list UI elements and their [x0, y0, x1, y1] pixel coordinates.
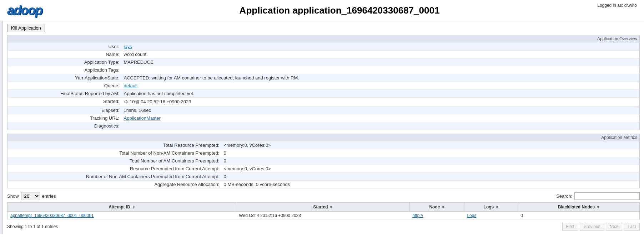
overview-link[interactable]: default — [124, 83, 138, 88]
metrics-value: <memory:0, vCores:0> — [222, 141, 640, 149]
showing-text: Showing 1 to 1 of 1 entries — [7, 224, 58, 229]
attempt-id-cell: appattempt_1696420330687_0001_000001 — [7, 212, 236, 220]
sidebar — [0, 21, 3, 234]
overview-value — [122, 66, 640, 74]
metrics-header-label: Application Metrics — [7, 134, 640, 141]
entries-label: entries — [42, 193, 56, 199]
overview-value: ApplicationMaster — [122, 114, 640, 122]
overview-value: 1mins, 16sec — [122, 107, 640, 114]
search-input[interactable] — [574, 192, 640, 200]
kill-application-button[interactable]: Kill Application — [7, 24, 45, 32]
column-header[interactable]: Logs ⇕ — [464, 203, 518, 212]
overview-label: YarnApplicationState: — [7, 74, 122, 82]
overview-value: MAPREDUCE — [122, 58, 640, 66]
metrics-row: Total Number of Non-AM Containers Preemp… — [7, 149, 640, 157]
metrics-row: Number of Non-AM Containers Preempted fr… — [7, 173, 640, 181]
show-label: Show — [7, 193, 19, 199]
overview-label: User: — [7, 43, 122, 51]
overview-row: Started:수 10월 04 20:52:16 +0900 2023 — [7, 98, 640, 107]
pagination-row: Showing 1 to 1 of 1 entries First Previo… — [7, 222, 640, 231]
kill-section: Kill Application — [7, 24, 640, 32]
overview-label: Started: — [7, 98, 122, 107]
node-link[interactable]: http:// — [412, 213, 423, 218]
metrics-value: 0 — [222, 157, 640, 165]
overview-value: 수 10월 04 20:52:16 +0900 2023 — [122, 98, 640, 107]
metrics-label: Aggregate Resource Allocation: — [7, 181, 222, 188]
metrics-value: 0 MB-seconds, 0 vcore-seconds — [222, 181, 640, 188]
main-content: Kill Application Application Overview Us… — [3, 21, 644, 234]
overview-link[interactable]: jays — [124, 44, 132, 49]
attempt-table: Attempt ID ⇕Started ⇕Node ⇕Logs ⇕Blackli… — [7, 202, 640, 220]
overview-value: default — [122, 82, 640, 90]
sort-icon: ⇕ — [329, 205, 333, 209]
overview-label: Tracking URL: — [7, 114, 122, 122]
overview-value: word count — [122, 51, 640, 58]
metrics-label: Total Number of Non-AM Containers Preemp… — [7, 149, 222, 157]
overview-row: Diagnostics: — [7, 122, 640, 130]
layout: Kill Application Application Overview Us… — [0, 21, 644, 234]
previous-button[interactable]: Previous — [580, 223, 604, 231]
first-button[interactable]: First — [562, 223, 578, 231]
metrics-row: Total Number of AM Containers Preempted:… — [7, 157, 640, 165]
table-body: appattempt_1696420330687_0001_000001Wed … — [7, 212, 640, 220]
metrics-value: <memory:0, vCores:0> — [222, 165, 640, 173]
overview-row: Application Tags: — [7, 66, 640, 74]
overview-header-row: Application Overview — [7, 35, 640, 43]
metrics-value: 0 — [222, 173, 640, 181]
column-header[interactable]: Started ⇕ — [236, 203, 409, 212]
overview-row: User:jays — [7, 43, 640, 51]
sort-icon: ⇕ — [131, 205, 135, 209]
metrics-label: Total Resource Preempted: — [7, 141, 222, 149]
metrics-label: Resource Preempted from Current Attempt: — [7, 165, 222, 173]
entries-select[interactable]: 10202550100 — [21, 192, 40, 200]
overview-label: Elapsed: — [7, 107, 122, 114]
next-button[interactable]: Next — [606, 223, 623, 231]
overview-row: Name:word count — [7, 51, 640, 58]
metrics-row: Aggregate Resource Allocation:0 MB-secon… — [7, 181, 640, 188]
sort-icon: ⇕ — [494, 205, 498, 209]
overview-header-label: Application Overview — [7, 35, 640, 43]
overview-label: Diagnostics: — [7, 122, 122, 130]
metrics-header-row: Application Metrics — [7, 134, 640, 141]
overview-row: FinalStatus Reported by AM:Application h… — [7, 90, 640, 98]
overview-value — [122, 122, 640, 130]
overview-row: YarnApplicationState:ACCEPTED: waiting f… — [7, 74, 640, 82]
started-cell: Wed Oct 4 20:52:16 +0900 2023 — [236, 212, 409, 220]
table-header-row: Attempt ID ⇕Started ⇕Node ⇕Logs ⇕Blackli… — [7, 203, 640, 212]
logo-text: adoop — [7, 3, 42, 17]
show-entries: Show 10202550100 entries — [7, 192, 56, 200]
header: adoop Application application_1696420330… — [0, 0, 644, 21]
metrics-label: Total Number of AM Containers Preempted: — [7, 157, 222, 165]
node-cell: http:// — [409, 212, 464, 220]
app-overview-table: Application Overview User:jaysName:word … — [7, 35, 640, 130]
overview-row: Tracking URL:ApplicationMaster — [7, 114, 640, 122]
table-row: appattempt_1696420330687_0001_000001Wed … — [7, 212, 640, 220]
blacklisted-nodes-cell: 0 — [518, 212, 639, 220]
metrics-row: Total Resource Preempted:<memory:0, vCor… — [7, 141, 640, 149]
overview-label: Name: — [7, 51, 122, 58]
datatable-controls: Show 10202550100 entries Search: — [7, 192, 640, 200]
overview-label: Application Type: — [7, 58, 122, 66]
pagination-buttons: First Previous Next Last — [562, 223, 640, 231]
table-header: Attempt ID ⇕Started ⇕Node ⇕Logs ⇕Blackli… — [7, 203, 640, 212]
sort-icon: ⇕ — [595, 205, 599, 209]
overview-label: Application Tags: — [7, 66, 122, 74]
overview-link[interactable]: ApplicationMaster — [124, 115, 161, 121]
search-label: Search: — [556, 193, 572, 199]
metrics-value: 0 — [222, 149, 640, 157]
app-metrics-table: Application Metrics Total Resource Preem… — [7, 134, 640, 188]
attempt-id-link[interactable]: appattempt_1696420330687_0001_000001 — [10, 213, 94, 218]
column-header[interactable]: Attempt ID ⇕ — [7, 203, 236, 212]
overview-label: FinalStatus Reported by AM: — [7, 90, 122, 98]
column-header[interactable]: Blacklisted Nodes ⇕ — [518, 203, 639, 212]
logs-cell: Logs — [464, 212, 518, 220]
column-header[interactable]: Node ⇕ — [409, 203, 464, 212]
search-area: Search: — [556, 192, 640, 200]
overview-value: Application has not completed yet. — [122, 90, 640, 98]
logs-link[interactable]: Logs — [467, 213, 476, 218]
last-button[interactable]: Last — [624, 223, 640, 231]
metrics-row: Resource Preempted from Current Attempt:… — [7, 165, 640, 173]
page-title: Application application_1696420330687_00… — [42, 5, 637, 16]
overview-row: Application Type:MAPREDUCE — [7, 58, 640, 66]
overview-value: ACCEPTED: waiting for AM container to be… — [122, 74, 640, 82]
